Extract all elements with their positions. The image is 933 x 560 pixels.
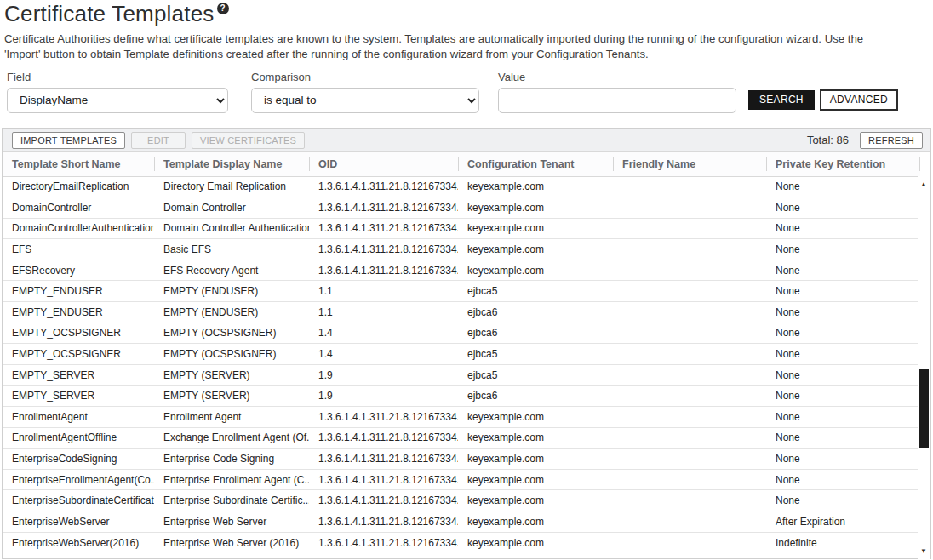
table-cell: keyexample.com [458,197,613,219]
table-cell [613,281,766,302]
scrollbar-thumb[interactable] [919,369,929,448]
table-row[interactable]: DomainControllerAuthenticationDomain Con… [3,218,920,239]
table-cell: DomainController [3,197,154,219]
table-header: Template Short Name Template Display Nam… [3,152,920,176]
table-cell: None [766,344,920,365]
table-cell: EMPTY (ENDUSER) [154,281,309,302]
table-cell: EMPTY_ENDUSER [3,302,154,323]
table-cell: EMPTY (OCSPSIGNER) [154,344,309,365]
table-cell: 1.3.6.1.4.1.311.21.8.12167334.... [309,239,458,260]
table-cell: ejbca6 [458,386,613,407]
table-cell [613,449,766,470]
page-header: Certificate Templates? [0,0,933,27]
table-cell [613,218,766,239]
table-row[interactable]: EnrollmentAgentOfflineExchange Enrollmen… [3,427,920,449]
table-cell: EnterpriseSubordinateCertificati... [3,490,154,511]
table-cell: None [766,281,920,302]
table-cell: EMPTY_OCSPSIGNER [3,323,154,344]
table-cell: EFS [3,239,154,260]
table-cell: DomainControllerAuthentication [3,218,154,239]
column-header-template-short-name[interactable]: Template Short Name [3,152,154,176]
table-row[interactable]: EFSBasic EFS1.3.6.1.4.1.311.21.8.1216733… [3,239,920,260]
column-header-private-key-retention[interactable]: Private Key Retention [766,152,920,176]
table-cell: keyexample.com [458,532,613,553]
table-cell: 1.3.6.1.4.1.311.21.8.12167334.... [309,218,458,239]
column-header-template-display-name[interactable]: Template Display Name [154,152,309,176]
table-cell: EnrollmentAgentOffline [3,427,154,449]
field-select[interactable]: DisplayName [7,88,228,113]
table-cell: keyexample.com [458,176,613,197]
table-cell: EnterpriseEnrollmentAgent(Co... [3,469,154,490]
advanced-button[interactable]: ADVANCED [820,89,898,111]
table-row[interactable]: EMPTY_ENDUSEREMPTY (ENDUSER)1.1ejbca6Non… [3,302,920,323]
table-cell: Indefinite [766,532,920,553]
table-row[interactable]: EMPTY_OCSPSIGNEREMPTY (OCSPSIGNER)1.4ejb… [3,344,920,365]
table-cell [613,469,766,490]
table-cell: 1.3.6.1.4.1.311.21.8.12167334.... [309,197,458,219]
table-cell [613,407,766,428]
table-cell: None [766,386,920,407]
table-row[interactable]: EMPTY_SERVEREMPTY (SERVER)1.9ejbca5None [3,364,920,386]
table-cell: Enterprise Code Signing [154,449,309,470]
search-form: Field DisplayName Comparison is equal to… [7,71,933,113]
scrollbar[interactable]: ▲ ▼ [918,176,930,559]
templates-table: Template Short Name Template Display Nam… [3,152,920,553]
table-cell: 1.3.6.1.4.1.311.21.8.12167334.... [309,469,458,490]
table-row[interactable]: EnrollmentAgentEnrollment Agent1.3.6.1.4… [3,407,920,428]
table-row[interactable]: EMPTY_ENDUSEREMPTY (ENDUSER)1.1ejbca5Non… [3,281,920,302]
table-row[interactable]: EnterpriseEnrollmentAgent(Co...Enterpris… [3,469,920,490]
table-cell: None [766,427,920,449]
comparison-select[interactable]: is equal to [251,88,479,113]
certificate-templates-page: Certificate Templates? Certificate Autho… [0,0,933,560]
table-row[interactable]: DirectoryEmailReplicationDirectory Email… [3,176,920,197]
table-cell: 1.4 [309,344,458,365]
table-cell [613,260,766,281]
table-cell: 1.3.6.1.4.1.311.21.8.12167334.... [309,490,458,511]
column-header-oid[interactable]: OID [309,152,458,176]
field-label: Field [7,71,228,83]
table-cell: EMPTY_SERVER [3,386,154,407]
table-cell [613,386,766,407]
column-header-configuration-tenant[interactable]: Configuration Tenant [458,152,613,176]
table-cell: EMPTY (SERVER) [154,364,309,386]
scroll-down-icon[interactable]: ▼ [918,546,930,557]
table-cell: 1.1 [309,302,458,323]
refresh-button[interactable]: REFRESH [860,132,923,149]
table-cell: 1.9 [309,386,458,407]
table-row[interactable]: EnterpriseWebServerEnterprise Web Server… [3,511,920,533]
table-cell: 1.3.6.1.4.1.311.21.8.12167334.... [309,427,458,449]
table-cell: 1.3.6.1.4.1.311.21.8.12167334.... [309,449,458,470]
table-row[interactable]: DomainControllerDomain Controller1.3.6.1… [3,197,920,219]
table-row[interactable]: EnterpriseWebServer(2016)Enterprise Web … [3,532,920,553]
table-cell: Basic EFS [154,239,309,260]
table-row[interactable]: EMPTY_OCSPSIGNEREMPTY (OCSPSIGNER)1.4ejb… [3,323,920,344]
table-cell [613,511,766,533]
page-title: Certificate Templates [4,1,215,26]
table-cell [613,427,766,449]
table-row[interactable]: EFSRecoveryEFS Recovery Agent1.3.6.1.4.1… [3,260,920,281]
table-cell: EMPTY_ENDUSER [3,281,154,302]
table-cell: None [766,364,920,386]
table-cell: Exchange Enrollment Agent (Of... [154,427,309,449]
table-cell: Domain Controller Authentication [154,218,309,239]
table-row[interactable]: EnterpriseCodeSigningEnterprise Code Sig… [3,449,920,470]
import-templates-button[interactable]: IMPORT TEMPLATES [12,132,125,149]
search-button[interactable]: SEARCH [748,90,815,110]
table-cell: 1.4 [309,323,458,344]
table-cell: ejbca6 [458,323,613,344]
table-row[interactable]: EMPTY_SERVEREMPTY (SERVER)1.9ejbca6None [3,386,920,407]
table-cell: None [766,239,920,260]
help-icon[interactable]: ? [217,3,229,14]
table-cell: keyexample.com [458,490,613,511]
table-cell: 1.3.6.1.4.1.311.21.8.12167334.... [309,260,458,281]
table-cell: EFS Recovery Agent [154,260,309,281]
table-row[interactable]: EnterpriseSubordinateCertificati...Enter… [3,490,920,511]
column-header-friendly-name[interactable]: Friendly Name [613,152,766,176]
view-certificates-button: VIEW CERTIFICATES [192,132,305,149]
grid-toolbar: IMPORT TEMPLATES EDIT VIEW CERTIFICATES … [3,129,930,152]
table-cell: keyexample.com [458,449,613,470]
scroll-up-icon[interactable]: ▲ [918,179,930,190]
value-input[interactable] [498,88,736,113]
table-cell: EMPTY (ENDUSER) [154,302,309,323]
table-cell: keyexample.com [458,469,613,490]
